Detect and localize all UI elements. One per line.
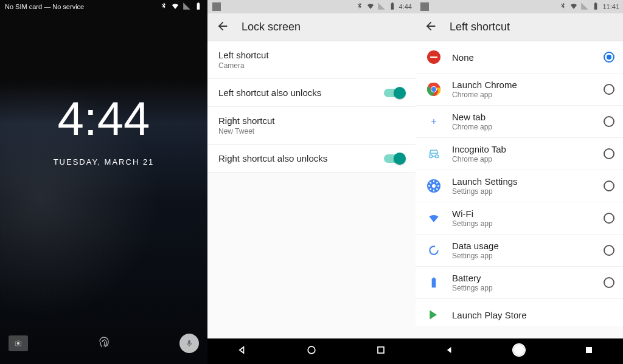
bluetooth-icon bbox=[159, 2, 168, 12]
option-sub: Chrome app bbox=[452, 91, 595, 99]
option-sub: Chrome app bbox=[452, 123, 595, 131]
radio-button[interactable] bbox=[604, 245, 614, 256]
camera-shortcut[interactable] bbox=[9, 335, 28, 351]
svg-point-1 bbox=[308, 346, 315, 354]
wifi-icon bbox=[171, 2, 179, 12]
fingerprint-icon[interactable] bbox=[97, 335, 111, 352]
nav-back-button[interactable] bbox=[444, 344, 456, 359]
nav-recent-button[interactable] bbox=[375, 344, 387, 359]
battery-icon bbox=[591, 2, 600, 12]
no-signal-icon bbox=[377, 2, 386, 12]
row-label: Left shortcut bbox=[218, 50, 405, 60]
row-label: Right shortcut also unlocks bbox=[218, 153, 384, 163]
option-battery[interactable]: Battery Settings app bbox=[416, 267, 623, 299]
option-incognito[interactable]: Incognito Tab Chrome app bbox=[416, 138, 623, 170]
option-sub: Settings app bbox=[452, 252, 595, 260]
svg-rect-4 bbox=[430, 57, 437, 58]
left-shortcut-panel: 11:41 Left shortcut None Launch Chrome C… bbox=[416, 0, 623, 364]
wallpaper bbox=[0, 0, 207, 364]
option-wifi[interactable]: Wi-Fi Settings app bbox=[416, 202, 623, 235]
option-play-store[interactable]: Launch Play Store bbox=[416, 299, 623, 326]
page-title: Lock screen bbox=[242, 21, 301, 33]
radio-button[interactable] bbox=[604, 84, 614, 95]
settings-icon bbox=[424, 176, 444, 196]
chrome-icon bbox=[424, 80, 444, 99]
nav-home-button[interactable] bbox=[512, 343, 526, 360]
lockscreen-settings-panel: 4:44 Lock screen Left shortcut Camera Le… bbox=[207, 0, 416, 364]
svg-rect-13 bbox=[586, 347, 592, 353]
nav-back-button[interactable] bbox=[236, 344, 248, 359]
option-new-tab[interactable]: New tab Chrome app bbox=[416, 106, 623, 138]
header: Lock screen bbox=[207, 13, 416, 41]
svg-point-11 bbox=[514, 345, 524, 355]
page-title: Left shortcut bbox=[450, 21, 510, 33]
status-time: 4:44 bbox=[399, 3, 412, 10]
svg-point-10 bbox=[430, 246, 437, 254]
radio-button[interactable] bbox=[604, 148, 614, 159]
radio-button[interactable] bbox=[604, 213, 614, 224]
option-settings[interactable]: Launch Settings Settings app bbox=[416, 170, 623, 202]
radio-button[interactable] bbox=[604, 180, 614, 191]
notification-icon bbox=[212, 2, 221, 11]
status-time: 11:41 bbox=[602, 3, 619, 10]
radio-button[interactable] bbox=[604, 52, 614, 63]
svg-point-7 bbox=[431, 87, 436, 92]
row-sub: Camera bbox=[218, 61, 405, 70]
option-label: Battery bbox=[452, 273, 595, 283]
row-right-shortcut[interactable]: Right shortcut New Tweet bbox=[207, 107, 416, 145]
option-none[interactable]: None bbox=[416, 41, 623, 74]
clock-time: 4:44 bbox=[0, 91, 207, 146]
row-left-also-unlocks[interactable]: Left shortcut also unlocks bbox=[207, 79, 416, 107]
svg-point-0 bbox=[17, 342, 20, 345]
voice-shortcut[interactable] bbox=[179, 334, 199, 353]
wifi-icon bbox=[366, 2, 375, 12]
radio-button[interactable] bbox=[604, 116, 614, 127]
battery-icon bbox=[194, 2, 203, 12]
notification-icon bbox=[420, 2, 429, 11]
row-left-shortcut[interactable]: Left shortcut Camera bbox=[207, 41, 416, 79]
no-signal-icon bbox=[183, 2, 191, 12]
lockscreen-panel: No SIM card — No service 4:44 TUESDAY, M… bbox=[0, 0, 207, 364]
toggle-switch[interactable] bbox=[384, 154, 405, 163]
sim-status-text: No SIM card — No service bbox=[5, 3, 84, 10]
nav-bar bbox=[207, 338, 416, 364]
battery-icon bbox=[388, 2, 397, 12]
play-store-icon bbox=[424, 305, 444, 325]
option-data-usage[interactable]: Data usage Settings app bbox=[416, 235, 623, 267]
option-label: Launch Chrome bbox=[452, 80, 595, 90]
battery-setting-icon bbox=[424, 273, 444, 292]
row-label: Left shortcut also unlocks bbox=[218, 88, 384, 98]
settings-list: Left shortcut Camera Left shortcut also … bbox=[207, 41, 416, 173]
option-label: Wi-Fi bbox=[452, 208, 595, 219]
row-sub: New Tweet bbox=[218, 127, 405, 136]
option-sub: Settings app bbox=[452, 284, 595, 292]
shortcut-option-list: None Launch Chrome Chrome app New tab Ch… bbox=[416, 41, 623, 326]
option-label: Incognito Tab bbox=[452, 144, 595, 154]
lockscreen-clock: 4:44 TUESDAY, MARCH 21 bbox=[0, 91, 207, 167]
no-signal-icon bbox=[580, 2, 589, 12]
svg-rect-2 bbox=[378, 347, 384, 353]
option-label: None bbox=[452, 52, 595, 63]
status-bar: 11:41 bbox=[416, 0, 623, 13]
nav-home-button[interactable] bbox=[305, 344, 318, 359]
plus-icon bbox=[424, 112, 444, 131]
nav-recent-button[interactable] bbox=[583, 344, 595, 359]
back-button[interactable] bbox=[216, 19, 229, 35]
radio-button[interactable] bbox=[604, 277, 614, 288]
wifi-setting-icon bbox=[424, 208, 444, 228]
row-right-also-unlocks[interactable]: Right shortcut also unlocks bbox=[207, 145, 416, 173]
data-usage-icon bbox=[424, 241, 444, 260]
bluetooth-icon bbox=[559, 2, 567, 12]
option-sub: Settings app bbox=[452, 219, 595, 228]
row-label: Right shortcut bbox=[218, 115, 405, 126]
header: Left shortcut bbox=[416, 13, 623, 41]
none-icon bbox=[424, 47, 444, 67]
option-chrome[interactable]: Launch Chrome Chrome app bbox=[416, 74, 623, 106]
toggle-switch[interactable] bbox=[384, 89, 405, 97]
option-sub: Chrome app bbox=[452, 155, 595, 163]
option-label: Launch Play Store bbox=[452, 310, 614, 320]
option-sub: Settings app bbox=[452, 187, 595, 196]
option-label: Data usage bbox=[452, 241, 595, 251]
status-bar: No SIM card — No service bbox=[0, 0, 207, 13]
back-button[interactable] bbox=[424, 19, 437, 35]
